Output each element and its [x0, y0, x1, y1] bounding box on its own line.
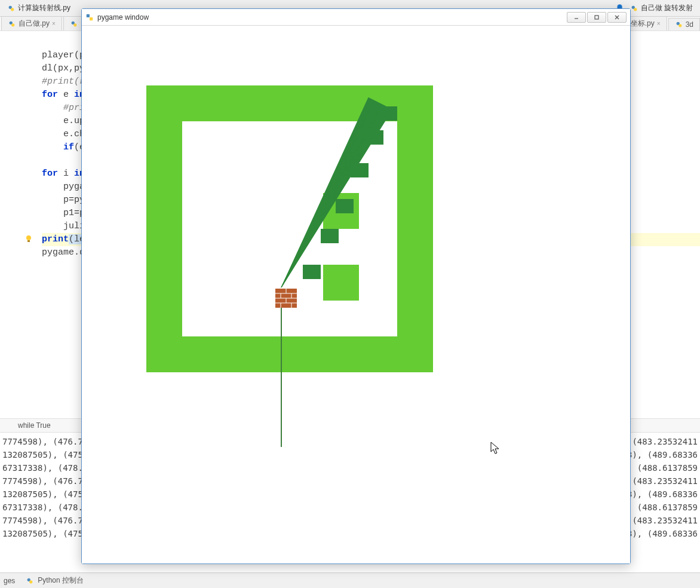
status-item[interactable]: ges [4, 577, 15, 585]
minimize-icon [573, 14, 579, 20]
python-file-icon [630, 4, 638, 13]
python-file-icon [7, 4, 16, 13]
block-b [323, 265, 359, 301]
close-icon[interactable]: × [657, 20, 661, 27]
ray-step [379, 106, 397, 121]
game-scene [82, 26, 630, 564]
breadcrumb-label: while True [18, 421, 51, 430]
pygame-icon [85, 13, 94, 22]
ray-step [321, 229, 339, 243]
status-item-python-console[interactable]: Python 控制台 [26, 575, 84, 586]
pygame-window[interactable]: pygame window [81, 8, 631, 564]
maximize-button[interactable] [587, 12, 606, 23]
close-button[interactable] [607, 12, 627, 23]
svg-rect-11 [27, 240, 30, 242]
close-icon[interactable]: × [52, 20, 56, 27]
tab-label: 自己做.py [19, 19, 50, 29]
ray-step [366, 130, 383, 145]
python-icon [26, 577, 34, 585]
tab-label: 计算旋转射线.py [18, 3, 70, 13]
project-tab[interactable]: 自己做 旋转发射 [625, 2, 698, 15]
python-file-icon [675, 20, 683, 29]
window-controls [567, 12, 627, 23]
python-file-icon [8, 20, 16, 28]
svg-rect-17 [595, 16, 598, 19]
tab-label: 3d [686, 20, 693, 29]
editor-tab[interactable]: 自己做.py × [1, 16, 62, 30]
minimize-button[interactable] [567, 12, 586, 23]
project-tab[interactable]: 计算旋转射线.py [2, 2, 75, 15]
svg-point-13 [29, 580, 32, 583]
svg-rect-14 [87, 14, 90, 17]
tab-label: 自己做 旋转发射 [641, 3, 693, 13]
svg-point-10 [26, 235, 31, 240]
titlebar[interactable]: pygame window [82, 9, 630, 26]
status-bar: ges Python 控制台 [0, 572, 700, 588]
pygame-canvas[interactable] [82, 26, 630, 564]
window-title: pygame window [97, 13, 149, 22]
maximize-icon [594, 14, 600, 20]
svg-rect-15 [90, 17, 93, 20]
svg-point-7 [73, 23, 76, 26]
ray-step [303, 265, 321, 279]
editor-tab-right[interactable]: 3d [668, 18, 700, 30]
close-icon [614, 14, 620, 20]
svg-point-5 [11, 23, 14, 26]
svg-point-1 [11, 8, 14, 11]
ray-step [336, 199, 354, 213]
lightbulb-icon [24, 234, 33, 244]
svg-point-3 [634, 8, 637, 11]
svg-point-9 [678, 24, 681, 27]
ray-step [351, 163, 369, 177]
python-file-icon [70, 20, 78, 28]
